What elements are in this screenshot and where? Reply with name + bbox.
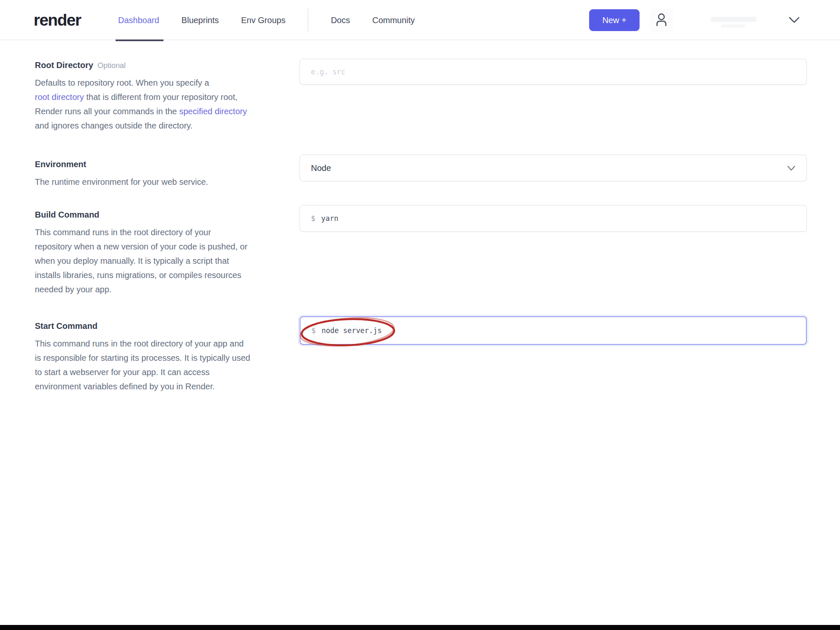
account-name-redacted xyxy=(721,24,745,28)
user-menu-button[interactable] xyxy=(650,8,673,32)
build-command-label: Build Command xyxy=(35,210,99,219)
start-command-input[interactable]: $ xyxy=(300,316,807,345)
environment-select[interactable]: Node xyxy=(300,155,807,181)
chevron-down-icon xyxy=(787,163,795,173)
nav-item-dashboard[interactable]: Dashboard xyxy=(118,0,159,40)
root-directory-label: Root Directory xyxy=(35,60,93,70)
nav-item-community[interactable]: Community xyxy=(372,0,415,40)
top-nav-bar: render Dashboard Blueprints Env Groups D… xyxy=(0,0,840,40)
root-directory-link[interactable]: root directory xyxy=(35,92,84,102)
account-name-redacted xyxy=(711,17,756,22)
nav-divider xyxy=(308,8,308,32)
root-directory-input[interactable] xyxy=(300,59,807,85)
optional-badge: Optional xyxy=(97,61,126,70)
user-icon xyxy=(653,10,670,30)
build-command-input[interactable]: $ xyxy=(300,205,807,232)
build-command-value[interactable] xyxy=(321,214,806,223)
environment-label: Environment xyxy=(35,160,86,169)
bottom-bar xyxy=(0,625,840,630)
build-command-description: This command runs in the root directory … xyxy=(35,225,284,297)
account-dropdown-toggle[interactable] xyxy=(787,15,801,27)
environment-description: The runtime environment for your web ser… xyxy=(35,175,284,189)
specified-directory-link[interactable]: specified directory xyxy=(179,107,247,116)
dollar-prefix: $ xyxy=(311,326,316,335)
start-command-value[interactable] xyxy=(321,326,806,335)
root-directory-description: Defaults to repository root. When you sp… xyxy=(35,76,284,133)
nav-item-env-groups[interactable]: Env Groups xyxy=(241,0,286,40)
nav-item-blueprints[interactable]: Blueprints xyxy=(182,0,219,40)
new-button[interactable]: New + xyxy=(589,9,640,31)
environment-select-value: Node xyxy=(311,163,331,173)
start-command-description: This command runs in the root directory … xyxy=(35,336,284,394)
dollar-prefix: $ xyxy=(311,214,315,223)
start-command-label: Start Command xyxy=(35,321,97,331)
chevron-down-icon xyxy=(789,17,800,25)
render-logo[interactable]: render xyxy=(34,0,81,40)
primary-nav: Dashboard Blueprints Env Groups Docs Com… xyxy=(118,0,415,40)
nav-item-docs[interactable]: Docs xyxy=(331,0,350,40)
